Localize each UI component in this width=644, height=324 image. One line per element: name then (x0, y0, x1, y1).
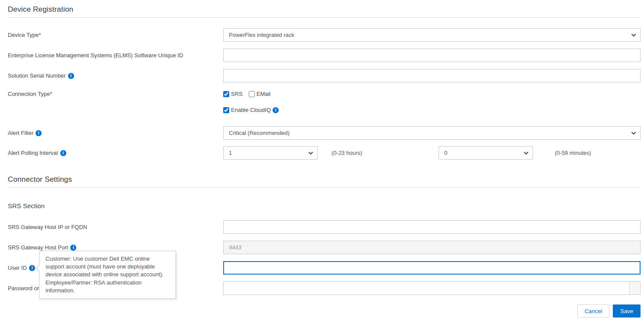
user-id-input[interactable] (223, 261, 641, 275)
info-icon[interactable] (36, 130, 42, 136)
cloudiq-checkbox-label: Enable CloudIQ (231, 107, 271, 113)
srs-gateway-host-row: SRS Gateway Host IP or FQDN (8, 220, 641, 234)
alert-polling-label: Alert Polling Interval (8, 150, 223, 156)
srs-gateway-port-label-text: SRS Gateway Host Port (8, 244, 68, 251)
info-icon[interactable] (273, 107, 279, 113)
cloudiq-checkbox-item: Enable CloudIQ (223, 107, 279, 113)
title-divider (8, 17, 641, 18)
srs-gateway-port-input[interactable] (223, 241, 641, 254)
solution-serial-input[interactable] (223, 69, 641, 82)
password-input-group (223, 281, 641, 295)
elms-row: Enterprise License Management Systems (E… (8, 49, 641, 62)
polling-hours-value: 1 (229, 150, 232, 156)
chevron-down-icon (308, 151, 313, 155)
srs-gateway-host-label: SRS Gateway Host IP or FQDN (8, 224, 223, 230)
device-type-value: PowerFlex integrated rack (229, 32, 294, 38)
user-id-label-text: User ID (8, 265, 27, 271)
polling-hours-select[interactable]: 1 (223, 146, 318, 160)
connection-type-options: SRS EMail (223, 91, 270, 97)
info-icon[interactable] (60, 150, 66, 156)
device-type-label: Device Type* (8, 32, 223, 38)
email-checkbox-item: EMail (249, 91, 271, 97)
connection-type-label: Connection Type* (8, 91, 223, 97)
device-registration-page: Device Registration Device Type* PowerFl… (0, 0, 644, 324)
tooltip-text-employee: Employee/Partner: RSA authentication inf… (46, 279, 169, 295)
polling-minutes-hint: (0-59 minutes) (533, 150, 591, 156)
tooltip-text-customer: Customer: Use customer Dell EMC online s… (46, 255, 169, 279)
password-input[interactable] (224, 282, 629, 295)
elms-label: Enterprise License Management Systems (E… (8, 52, 223, 59)
polling-minutes-select[interactable]: 0 (439, 146, 533, 160)
polling-minutes-value: 0 (444, 150, 447, 156)
info-icon[interactable] (68, 73, 74, 79)
connection-type-row: Connection Type* SRS EMail (8, 91, 641, 97)
elms-input[interactable] (223, 49, 641, 62)
solution-serial-label: Solution Serial Number (8, 72, 223, 79)
page-title: Device Registration (8, 5, 641, 14)
srs-gateway-port-label: SRS Gateway Host Port (8, 244, 223, 251)
srs-gateway-host-input[interactable] (223, 220, 641, 234)
device-type-select[interactable]: PowerFlex integrated rack (223, 28, 641, 42)
alert-polling-row: Alert Polling Interval 1 (0-23 hours) 0 … (8, 146, 641, 160)
polling-hours-hint: (0-23 hours) (318, 150, 439, 156)
user-id-tooltip: Customer: Use customer Dell EMC online s… (39, 251, 176, 299)
email-checkbox-label: EMail (257, 91, 271, 97)
reveal-password-button[interactable] (629, 282, 640, 295)
alert-filter-value: Critical (Recommended) (229, 130, 289, 136)
connector-settings-title: Connector Settings (8, 175, 641, 184)
save-button[interactable]: Save (613, 304, 641, 317)
info-icon[interactable] (70, 245, 76, 251)
alert-polling-label-text: Alert Polling Interval (8, 150, 58, 156)
alert-filter-label: Alert Filter (8, 130, 223, 136)
chevron-down-icon (631, 33, 636, 37)
srs-checkbox-item: SRS (223, 91, 243, 97)
device-type-row: Device Type* PowerFlex integrated rack (8, 28, 641, 42)
srs-checkbox[interactable] (223, 91, 229, 97)
chevron-down-icon (524, 151, 529, 155)
email-checkbox[interactable] (249, 91, 255, 97)
cancel-button[interactable]: Cancel (577, 304, 609, 317)
srs-section-title: SRS Section (8, 202, 641, 209)
alert-filter-select[interactable]: Critical (Recommended) (223, 126, 641, 140)
tooltip-caret-icon (36, 265, 40, 271)
cloudiq-checkbox[interactable] (223, 107, 229, 113)
solution-serial-label-text: Solution Serial Number (8, 72, 66, 79)
alert-filter-label-text: Alert Filter (8, 130, 33, 136)
solution-serial-row: Solution Serial Number (8, 69, 641, 82)
connector-settings-divider (8, 187, 641, 188)
chevron-down-icon (631, 131, 636, 135)
enable-cloudiq-row: Enable CloudIQ (8, 107, 641, 113)
srs-checkbox-label: SRS (231, 91, 243, 97)
footer-actions: Cancel Save (8, 304, 641, 317)
connector-settings-heading-block: Connector Settings (8, 175, 641, 188)
info-icon[interactable] (29, 265, 35, 271)
alert-filter-row: Alert Filter Critical (Recommended) (8, 126, 641, 140)
